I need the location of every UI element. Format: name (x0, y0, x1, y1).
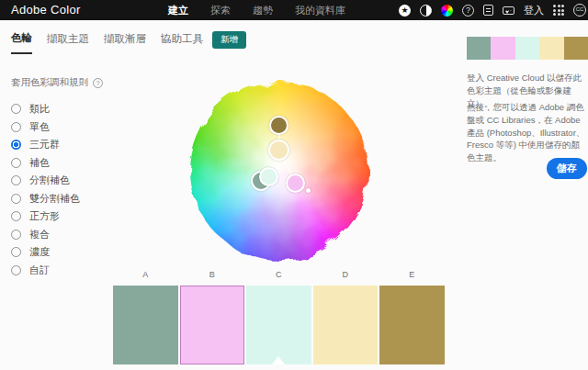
rule-monochromatic[interactable]: 單色 (11, 122, 130, 132)
rule-shades[interactable]: 濃度 (11, 247, 130, 257)
mini-swatch-d (539, 37, 563, 60)
favorites-star-icon[interactable]: ★ (399, 5, 411, 17)
swatch-a[interactable] (113, 286, 178, 364)
rule-split-complementary[interactable]: 分割補色 (11, 175, 130, 185)
swatch-b[interactable] (180, 286, 245, 364)
nav-item-explore[interactable]: 探索 (210, 4, 231, 17)
radio-icon[interactable] (11, 194, 21, 204)
contrast-icon[interactable] (420, 5, 432, 17)
wheel-marker-b[interactable] (286, 174, 305, 193)
mini-swatch-a (467, 37, 491, 60)
tool-tabs: 色輪 擷取主題 擷取漸層 協助工具 新增 (11, 31, 246, 54)
nav-item-my-libraries[interactable]: 我的資料庫 (295, 4, 345, 17)
tab-color-wheel[interactable]: 色輪 (11, 31, 32, 54)
new-badge: 新增 (212, 31, 246, 49)
tab-extract-gradient[interactable]: 擷取漸層 (104, 32, 146, 53)
mini-swatch-b (491, 37, 514, 60)
swatch-label-e: E (379, 270, 445, 279)
tab-extract-theme[interactable]: 擷取主題 (47, 32, 89, 53)
rule-triad[interactable]: 三元群 (11, 140, 130, 150)
mini-palette-preview (467, 37, 588, 60)
apps-grid-icon[interactable] (553, 5, 564, 16)
color-wheel[interactable] (190, 82, 368, 260)
swatch-e[interactable] (379, 286, 445, 364)
harmony-rules-title: 套用色彩調和規則 ? (11, 76, 130, 89)
swatch-label-b: B (180, 270, 245, 279)
swatch-label-a: A (113, 270, 178, 279)
harmony-rules-list: 類比 單色 三元群 補色 分割補色 雙分割補色 正方形 複合 濃度 自訂 (11, 104, 130, 275)
wheel-marker-c[interactable] (259, 167, 278, 186)
base-color-indicator (272, 356, 285, 364)
swatch-d[interactable] (313, 286, 379, 364)
rule-compound[interactable]: 複合 (11, 230, 130, 240)
color-wheel-icon[interactable] (441, 5, 453, 17)
rule-square[interactable]: 正方形 (11, 211, 130, 221)
radio-icon[interactable] (11, 265, 21, 275)
topbar-actions: ★ ? ··· 登入 CC (399, 0, 588, 20)
swatch-c[interactable] (246, 286, 311, 364)
radio-icon[interactable] (11, 122, 21, 132)
harmony-rules-title-text: 套用色彩調和規則 (11, 76, 88, 89)
help-circle-icon[interactable]: ? (93, 78, 103, 88)
survey-icon[interactable] (483, 5, 493, 16)
usage-hint-text: 然後，您可以透過 Adobe 調色盤或 CC Libraries，在 Adobe… (467, 101, 588, 164)
nav-item-create[interactable]: 建立 (168, 4, 188, 17)
sign-in-link[interactable]: 登入 (524, 4, 544, 17)
swatch-labels: A B C D E (113, 270, 446, 279)
theme-swatches (113, 286, 446, 364)
adobe-color-app: Adobe Color 建立 探索 趨勢 我的資料庫 ★ ? ··· 登入 CC… (0, 0, 588, 370)
swatch-label-c: C (246, 270, 311, 279)
primary-nav: 建立 探索 趨勢 我的資料庫 (168, 0, 345, 20)
help-icon[interactable]: ? (462, 5, 474, 17)
radio-icon[interactable] (11, 158, 21, 168)
wheel-marker-handle-dot[interactable] (306, 188, 311, 193)
nav-item-trends[interactable]: 趨勢 (253, 4, 273, 17)
creative-cloud-icon[interactable]: CC (573, 4, 586, 17)
mini-swatch-e (564, 37, 588, 60)
adobe-color-logo[interactable]: Adobe Color (11, 0, 81, 20)
rule-double-split-complementary[interactable]: 雙分割補色 (11, 194, 130, 204)
radio-selected-icon[interactable] (11, 140, 21, 150)
rule-analogous[interactable]: 類比 (11, 104, 130, 114)
wheel-marker-d[interactable] (268, 140, 289, 161)
radio-icon[interactable] (11, 104, 21, 114)
radio-icon[interactable] (11, 211, 21, 221)
chat-icon[interactable]: ··· (503, 6, 514, 15)
tab-accessibility-tools[interactable]: 協助工具 (161, 32, 203, 53)
mini-swatch-c (515, 37, 539, 60)
top-navigation-bar: Adobe Color 建立 探索 趨勢 我的資料庫 ★ ? ··· 登入 CC (0, 0, 588, 20)
wheel-marker-e[interactable] (269, 116, 288, 135)
rule-complementary[interactable]: 補色 (11, 158, 130, 168)
radio-icon[interactable] (11, 230, 21, 240)
radio-icon[interactable] (11, 175, 21, 185)
swatch-label-d: D (313, 270, 379, 279)
radio-icon[interactable] (11, 247, 21, 257)
harmony-rules-sidebar: 套用色彩調和規則 ? 類比 單色 三元群 補色 分割補色 雙分割補色 正方形 複… (11, 76, 130, 275)
save-button[interactable]: 儲存 (547, 158, 587, 179)
marker-connector-lines (190, 82, 368, 260)
